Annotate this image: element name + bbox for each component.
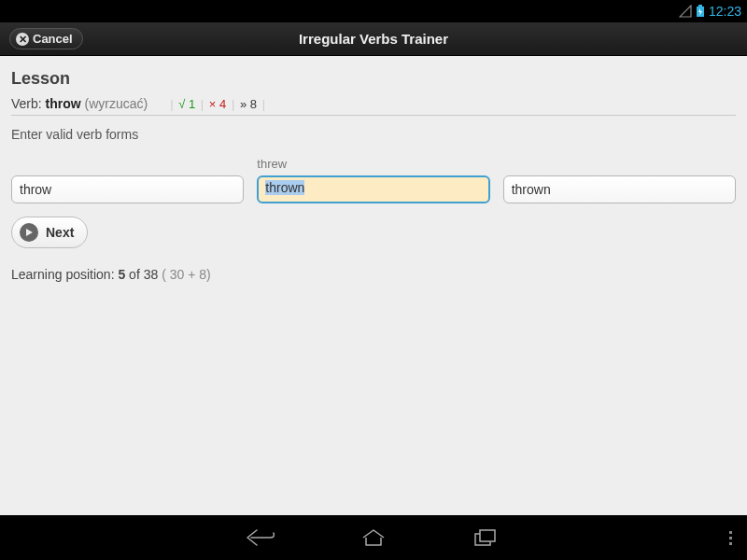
back-button[interactable] <box>243 523 280 553</box>
participle-input[interactable] <box>503 175 736 203</box>
verb-word: throw <box>46 96 81 111</box>
learning-position: Learning position: 5 of 38 ( 30 + 8) <box>11 267 736 282</box>
divider <box>11 115 736 116</box>
hint-infinitive <box>11 157 244 172</box>
past-input[interactable]: thrown <box>257 175 489 203</box>
lesson-content: Lesson Verb: throw (wyrzucać) | √ 1 | × … <box>0 56 747 515</box>
recents-button[interactable] <box>467 523 504 553</box>
verb-label: Verb: <box>11 96 46 111</box>
app-title: Irregular Verbs Trainer <box>0 31 747 47</box>
next-label: Next <box>46 225 74 240</box>
svg-rect-1 <box>698 5 702 7</box>
overflow-button[interactable] <box>729 515 732 560</box>
close-icon: ✕ <box>16 33 29 46</box>
play-icon <box>20 223 38 242</box>
cancel-button[interactable]: ✕ Cancel <box>9 28 83 49</box>
cancel-label: Cancel <box>33 32 73 46</box>
signal-icon <box>679 5 692 18</box>
instruction-text: Enter valid verb forms <box>11 127 736 142</box>
verb-stats: | √ 1 | × 4 | » 8 | <box>168 97 267 111</box>
app-action-bar: ✕ Cancel Irregular Verbs Trainer <box>0 22 747 56</box>
infinitive-input[interactable] <box>11 175 244 203</box>
next-button[interactable]: Next <box>11 217 88 248</box>
hint-participle <box>503 157 736 172</box>
clock: 12:23 <box>709 4 741 19</box>
hint-past: threw <box>257 157 489 172</box>
android-nav-bar <box>0 515 747 560</box>
verb-translation: (wyrzucać) <box>85 96 148 111</box>
verb-forms-row: threw thrown <box>11 157 736 203</box>
svg-rect-3 <box>480 530 495 541</box>
lesson-heading: Lesson <box>11 69 736 89</box>
verb-line: Verb: throw (wyrzucać) | √ 1 | × 4 | » 8… <box>11 96 736 111</box>
battery-icon <box>696 5 705 18</box>
home-button[interactable] <box>355 523 392 553</box>
android-status-bar: 12:23 <box>0 0 747 22</box>
